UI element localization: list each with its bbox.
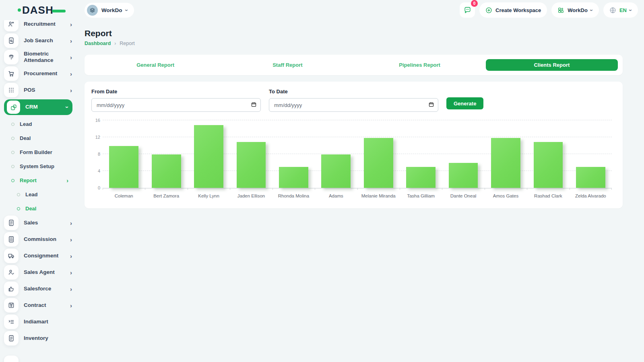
bullet-icon [17,207,20,210]
bar-amos-gates [491,138,520,188]
bars-row [103,121,612,188]
bullet-icon [17,193,20,196]
sidebar-subitem-report[interactable]: Report› [11,173,68,187]
x-axis-label: Coleman [103,193,145,198]
sidebar-item-pos[interactable]: POS› [4,83,73,97]
chart-x-labels: ColemanBert ZamoraKelly LynnJaden Elliso… [103,193,612,198]
logo-text: DASH [22,4,54,16]
logo[interactable]: DASH [0,4,85,16]
x-axis-tick [315,188,315,190]
x-axis-tick [357,188,358,190]
sidebar-subitem-form-builder[interactable]: Form Builder [11,145,68,159]
salesforce-icon [4,282,19,296]
plus-circle-icon [485,7,492,14]
sidebar-subitem-label: Report [20,177,37,183]
bar-group-kelly-lynn [188,121,230,188]
workspace-switcher[interactable]: WorkDo › [85,3,134,18]
sidebar-subitem-deal[interactable]: Deal [11,131,68,145]
bar-bert-zamora [152,154,181,188]
grid-plus-icon [557,7,564,14]
sales-icon [4,216,19,230]
crm-icon [7,101,20,114]
indiamart-icon [4,315,19,329]
sidebar-item-indiamart[interactable]: Indiamart [4,315,73,329]
sidebar-subitem-label: Lead [20,121,32,127]
sidebar-subsubitem-label: Lead [25,191,37,197]
bar-tasha-gilliam [406,167,436,188]
sidebar-item-crm[interactable]: CRM› [4,99,72,115]
sidebar-item-biometric-attendance[interactable]: Biometric Attendance› [4,50,73,64]
breadcrumb-dashboard-link[interactable]: Dashboard [85,41,111,46]
x-axis-label: Amos Gates [485,193,527,198]
sidebar-item-sales-agent[interactable]: Sales Agent› [4,265,73,280]
bar-group-coleman [103,121,145,188]
gridline [103,120,612,120]
chevron-down-icon: › [589,9,595,11]
x-axis-tick [103,188,103,190]
from-date-label: From Date [91,88,261,95]
inventory-icon [4,331,19,346]
procurement-icon [4,66,19,81]
bar-group-bert-zamora [145,121,187,188]
language-selector[interactable]: EN › [603,2,638,18]
bullet-icon [11,165,14,168]
bar-group-jaden-ellison [230,121,272,188]
tab-staff-report[interactable]: Staff Report [221,59,353,71]
sidebar-subitem-lead[interactable]: Lead [11,117,68,131]
sidebar-nav: Recruitment›Job Search›Biometric Attenda… [0,20,79,362]
tab-clients-report[interactable]: Clients Report [486,59,618,71]
sidebar-item-inventory[interactable]: Inventory [4,331,73,346]
chevron-down-icon: › [124,9,130,11]
notification-badge: 0 [471,0,478,7]
sidebar-item-consignment[interactable]: Consignment› [4,249,73,263]
x-axis-tick [485,188,485,190]
bar-group-rashad-clark [527,121,569,188]
bar-group-tasha-gilliam [400,121,442,188]
x-axis-tick [570,188,570,190]
chevron-right-icon: › [70,87,72,94]
sidebar-item-job-search[interactable]: Job Search› [4,33,73,48]
x-axis-label: Kelly Lynn [188,193,230,198]
x-axis-label: Zelda Alvarado [570,193,612,198]
from-date-input[interactable] [91,98,261,112]
workdo-menu-button[interactable]: WorkDo › [551,2,599,18]
x-axis-label: Melanie Miranda [357,193,400,198]
breadcrumb: Dashboard › Report [85,41,623,46]
bar-group-rhonda-molina [272,121,315,188]
messages-button[interactable]: 0 [460,2,475,18]
chevron-right-icon: › [70,253,72,259]
contract-icon [4,298,19,313]
to-date-input[interactable] [269,98,438,112]
sidebar-item-procurement[interactable]: Procurement› [4,66,73,81]
x-axis-tick [400,188,400,190]
consignment-icon [4,249,19,263]
sidebar-item-salesforce[interactable]: Salesforce› [4,282,73,296]
sidebar-subitem-system-setup[interactable]: System Setup [11,159,68,173]
create-workspace-button[interactable]: Create Workspace [479,2,547,18]
x-axis-tick [188,188,188,190]
sidebar-item-label: Indiamart [24,319,72,325]
tab-general-report[interactable]: General Report [89,59,221,71]
commission-icon [4,232,19,247]
sidebar-item-sales[interactable]: Sales› [4,216,73,230]
generate-button[interactable]: Generate [446,97,483,109]
workspace-name: WorkDo [101,7,122,13]
x-axis-label: Rashad Clark [527,193,569,198]
chevron-right-icon: › [70,21,72,28]
chevron-right-icon: › [70,220,72,226]
sidebar-subitem-label: System Setup [20,163,54,169]
breadcrumb-current: Report [120,41,135,46]
biometric-icon [4,50,19,64]
tab-pipelines-report[interactable]: Pipelines Report [354,59,486,71]
sidebar-item-recruitment[interactable]: Recruitment› [4,20,73,31]
sidebar-subsubitem-lead[interactable]: Lead [17,187,68,202]
sidebar-item-commission[interactable]: Commission› [4,232,73,247]
topbar: DASH WorkDo › 0 Create Workspace WorkDo … [0,0,644,20]
chevron-down-icon: › [64,106,71,108]
bullet-icon [11,137,14,140]
sidebar-subsubitem-deal[interactable]: Deal [17,202,68,216]
main-content: Report Dashboard › Report General Report… [85,20,623,208]
sidebar-item-contract[interactable]: Contract› [4,298,73,313]
sidebar-item-label: Inventory [24,335,72,341]
pos-icon [4,83,19,97]
